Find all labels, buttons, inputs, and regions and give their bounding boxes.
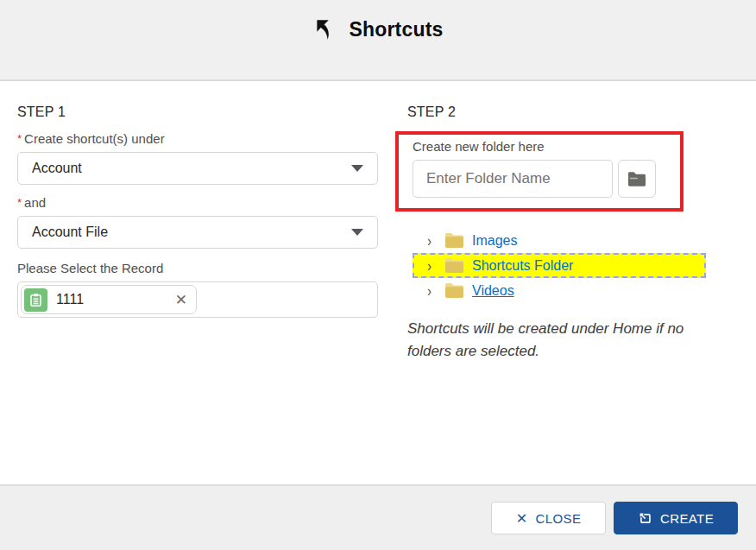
- step1-heading: STEP 1: [17, 104, 378, 120]
- modal-footer: ✕ CLOSE CREATE: [0, 484, 756, 550]
- chevron-right-icon[interactable]: ›: [427, 232, 437, 249]
- tree-item-label[interactable]: Shortcuts Folder: [472, 258, 573, 274]
- tree-item-label[interactable]: Images: [472, 233, 517, 249]
- step2-heading: STEP 2: [407, 104, 739, 120]
- record-field-label: Please Select the Record: [17, 261, 378, 275]
- tree-item-images[interactable]: › Images: [413, 228, 706, 253]
- object-field-label: *Create shortcut(s) under: [17, 131, 378, 146]
- red-annotation-box: Create new folder here: [395, 131, 684, 212]
- chevron-down-icon: [351, 165, 363, 172]
- create-button[interactable]: CREATE: [614, 502, 738, 534]
- object-select-value: Account: [32, 161, 82, 176]
- modal-title: Shortcuts: [349, 18, 443, 41]
- shortcut-icon: [638, 511, 652, 526]
- relation-field-label: *and: [17, 195, 378, 210]
- relation-select[interactable]: Account File: [17, 216, 378, 249]
- remove-record-icon[interactable]: ✕: [175, 293, 187, 307]
- chevron-down-icon: [351, 229, 363, 236]
- create-button-label: CREATE: [660, 511, 714, 526]
- close-icon: ✕: [516, 510, 528, 527]
- record-lookup-field[interactable]: 1111 ✕: [17, 281, 378, 318]
- folder-tree: › Images › Shortcuts Folder: [413, 228, 706, 303]
- chevron-right-icon[interactable]: ›: [427, 257, 437, 274]
- new-folder-label: Create new folder here: [413, 139, 680, 154]
- required-asterisk: *: [17, 132, 22, 145]
- modal-header: Shortcuts: [0, 0, 756, 81]
- chevron-right-icon[interactable]: ›: [427, 282, 437, 299]
- step2-column: STEP 2 Create new folder here ›: [407, 104, 739, 484]
- folder-icon: [627, 171, 646, 187]
- required-asterisk: *: [17, 196, 22, 209]
- step1-column: STEP 1 *Create shortcut(s) under Account…: [17, 104, 378, 484]
- tree-item-label[interactable]: Videos: [472, 283, 514, 299]
- close-button[interactable]: ✕ CLOSE: [491, 502, 606, 534]
- folder-name-input[interactable]: [413, 160, 613, 198]
- tree-item-shortcuts-folder[interactable]: › Shortcuts Folder: [413, 253, 706, 278]
- record-pill: 1111 ✕: [21, 285, 197, 314]
- folder-icon: [444, 257, 464, 274]
- tree-item-videos[interactable]: › Videos: [413, 278, 706, 303]
- relation-select-value: Account File: [32, 224, 108, 240]
- folder-icon: [444, 282, 464, 299]
- record-icon: [24, 288, 47, 312]
- modal-body: STEP 1 *Create shortcut(s) under Account…: [0, 81, 756, 484]
- create-folder-button[interactable]: [618, 160, 656, 198]
- close-button-label: CLOSE: [535, 511, 581, 526]
- record-pill-text: 1111: [56, 292, 167, 307]
- object-select[interactable]: Account: [17, 152, 378, 185]
- helper-note: Shortcuts will be created under Home if …: [407, 318, 705, 362]
- folder-icon: [444, 232, 464, 249]
- shortcut-arrow-icon: [312, 16, 338, 42]
